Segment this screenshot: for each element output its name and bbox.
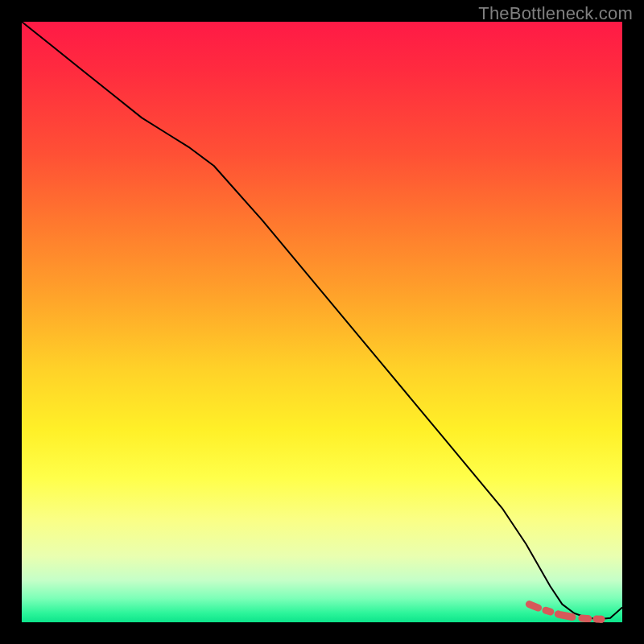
curve-path (22, 22, 622, 619)
chart-overlay (0, 0, 644, 644)
curve-line (22, 22, 622, 619)
highlight-end-dot (597, 616, 605, 623)
chart-stage: TheBottleneck.com (0, 0, 644, 644)
watermark-text: TheBottleneck.com (478, 3, 633, 24)
